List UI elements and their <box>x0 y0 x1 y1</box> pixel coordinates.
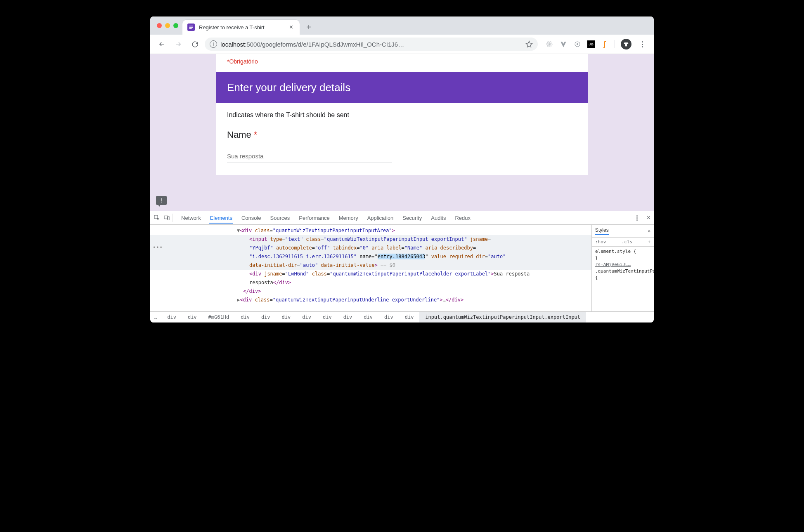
fullscreen-window-button[interactable] <box>173 23 178 28</box>
breadcrumb-bar[interactable]: … div div #mG61Hd div div div div div di… <box>150 311 654 322</box>
extension-icons: JB ʃ <box>541 39 649 49</box>
question-title: Name * <box>227 129 577 140</box>
hook-icon[interactable]: ʃ <box>601 40 609 48</box>
tab-audits[interactable]: Audits <box>430 212 447 224</box>
breadcrumb-item[interactable]: div <box>338 312 358 322</box>
breadcrumb-item[interactable]: div <box>378 312 399 322</box>
tab-performance[interactable]: Performance <box>298 212 330 224</box>
tab-strip: Register to receive a T-shirt × + <box>150 16 654 35</box>
cls-toggle[interactable]: .cls <box>622 239 633 245</box>
stylesheet-link[interactable]: rs=AMjVe6iJL… <box>595 262 631 267</box>
bookmark-star-icon[interactable] <box>525 40 533 48</box>
elements-tree[interactable]: ▼<div class="quantumWizTextinputPaperinp… <box>150 225 591 311</box>
minimize-window-button[interactable] <box>165 23 170 28</box>
name-input[interactable] <box>227 150 392 162</box>
close-window-button[interactable] <box>157 23 162 28</box>
toolbar-separator <box>615 40 615 48</box>
tab-favicon <box>187 24 195 31</box>
inspect-element-icon[interactable] <box>154 214 160 221</box>
browser-tab[interactable]: Register to receive a T-shirt × <box>182 20 300 35</box>
breadcrumb-selected[interactable]: input.quantumWizTextinputPaperinputInput… <box>419 312 586 322</box>
breadcrumb-item[interactable]: #mG61Hd <box>203 312 235 322</box>
tab-sources[interactable]: Sources <box>270 212 291 224</box>
form-section-header: Enter your delivery details <box>216 72 588 103</box>
breadcrumb-overflow[interactable]: … <box>150 314 161 320</box>
styles-pane[interactable]: Styles » :hov .cls + element.style { } r… <box>591 225 654 311</box>
required-note: *Obrigatório <box>216 54 588 72</box>
breadcrumb-item[interactable]: div <box>317 312 338 322</box>
devtools-tabs: Network Elements Console Sources Perform… <box>150 211 654 225</box>
tab-network[interactable]: Network <box>180 212 202 224</box>
styles-more-icon[interactable]: » <box>648 228 650 234</box>
react-devtools-icon[interactable] <box>545 40 553 48</box>
tab-console[interactable]: Console <box>241 212 262 224</box>
svg-rect-0 <box>189 26 193 27</box>
svg-point-8 <box>577 44 578 45</box>
tab-elements[interactable]: Elements <box>209 212 233 224</box>
tab-security[interactable]: Security <box>402 212 423 224</box>
tab-application[interactable]: Application <box>367 212 395 224</box>
styles-rules: element.style { } rs=AMjVe6iJL… .quantum… <box>592 247 654 283</box>
breadcrumb-item[interactable]: div <box>182 312 203 322</box>
google-form: *Obrigatório Enter your delivery details… <box>216 54 588 175</box>
svg-rect-2 <box>189 28 192 29</box>
address-bar[interactable]: i localhost:5000/googleforms/d/e/1FAIpQL… <box>205 38 538 51</box>
svg-rect-10 <box>625 44 627 46</box>
url-text: localhost:5000/googleforms/d/e/1FAIpQLSd… <box>220 41 522 48</box>
device-toolbar-icon[interactable] <box>163 214 170 221</box>
jetbrains-icon[interactable]: JB <box>587 40 595 48</box>
tab-title: Register to receive a T-shirt <box>199 24 284 31</box>
breadcrumb-item[interactable]: div <box>235 312 255 322</box>
breadcrumb-item[interactable]: div <box>296 312 317 322</box>
form-section-description: Indicates where the T-shirt should be se… <box>227 111 577 119</box>
new-tab-button[interactable]: + <box>303 21 315 33</box>
breadcrumb-item[interactable]: div <box>161 312 182 322</box>
styles-tab[interactable]: Styles <box>595 227 609 235</box>
browser-menu-button[interactable] <box>637 41 647 47</box>
browser-window: Register to receive a T-shirt × + i loca… <box>150 16 654 322</box>
site-info-icon[interactable]: i <box>210 40 217 48</box>
tab-memory[interactable]: Memory <box>338 212 359 224</box>
breadcrumb-item[interactable]: div <box>358 312 378 322</box>
vue-devtools-icon[interactable] <box>559 40 568 48</box>
profile-avatar[interactable] <box>621 39 631 49</box>
window-controls <box>155 16 182 35</box>
browser-toolbar: i localhost:5000/googleforms/d/e/1FAIpQL… <box>150 35 654 54</box>
add-rule-button[interactable]: + <box>648 239 650 245</box>
breadcrumb-item[interactable]: div <box>255 312 276 322</box>
back-button[interactable] <box>155 38 168 51</box>
extension-icon[interactable] <box>573 40 582 48</box>
tab-redux[interactable]: Redux <box>454 212 471 224</box>
devtools-panel: Network Elements Console Sources Perform… <box>150 211 654 322</box>
breadcrumb-item[interactable]: div <box>399 312 420 322</box>
svg-rect-13 <box>167 217 169 220</box>
breadcrumb-item[interactable]: div <box>276 312 297 322</box>
svg-rect-9 <box>624 42 629 44</box>
feedback-button[interactable]: ! <box>156 196 167 205</box>
page-viewport: *Obrigatório Enter your delivery details… <box>150 54 654 211</box>
hov-toggle[interactable]: :hov <box>595 239 606 245</box>
svg-rect-1 <box>189 27 193 28</box>
reload-button[interactable] <box>188 38 201 51</box>
tab-close-button[interactable]: × <box>288 23 295 31</box>
selection-indicator: ••• <box>153 245 163 250</box>
svg-point-3 <box>549 44 550 45</box>
devtools-close-button[interactable]: × <box>647 214 650 221</box>
devtools-menu-button[interactable] <box>635 215 639 221</box>
forward-button[interactable] <box>172 38 185 51</box>
